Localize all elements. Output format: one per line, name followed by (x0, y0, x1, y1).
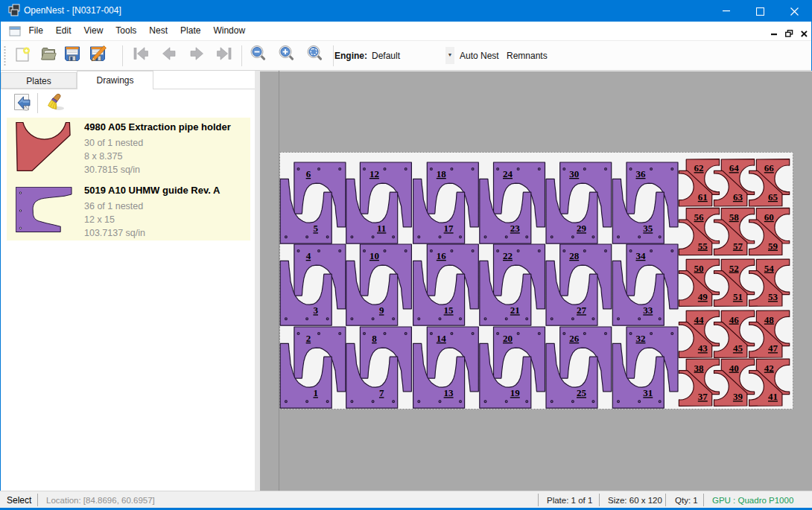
svg-text:56: 56 (694, 211, 705, 223)
svg-text:49: 49 (698, 291, 708, 302)
svg-text:52: 52 (729, 263, 739, 274)
svg-text:51: 51 (733, 291, 743, 302)
svg-text:13: 13 (444, 387, 454, 398)
svg-text:66: 66 (764, 162, 775, 173)
svg-text:30: 30 (569, 168, 579, 179)
svg-text:27: 27 (577, 305, 587, 316)
svg-text:22: 22 (503, 250, 513, 261)
svg-text:23: 23 (510, 223, 521, 234)
svg-text:38: 38 (694, 363, 705, 374)
svg-text:42: 42 (764, 363, 774, 374)
svg-text:44: 44 (694, 314, 705, 325)
svg-text:46: 46 (729, 314, 740, 325)
svg-text:7: 7 (379, 387, 384, 398)
svg-text:19: 19 (510, 387, 521, 398)
svg-text:65: 65 (768, 191, 778, 203)
svg-text:64: 64 (729, 162, 740, 173)
svg-text:10: 10 (369, 250, 379, 261)
svg-text:40: 40 (729, 363, 739, 374)
svg-text:47: 47 (768, 342, 778, 354)
svg-text:45: 45 (733, 342, 743, 354)
svg-text:31: 31 (643, 387, 653, 398)
svg-text:62: 62 (694, 162, 704, 173)
svg-text:29: 29 (577, 223, 587, 234)
svg-text:26: 26 (569, 333, 580, 344)
svg-text:1: 1 (313, 387, 318, 398)
svg-text:53: 53 (768, 291, 778, 302)
svg-text:43: 43 (698, 342, 708, 354)
svg-text:59: 59 (768, 240, 778, 252)
svg-text:12: 12 (369, 168, 379, 179)
svg-text:41: 41 (768, 391, 778, 402)
svg-text:5: 5 (313, 223, 318, 234)
svg-text:20: 20 (503, 333, 513, 344)
svg-text:55: 55 (698, 240, 708, 252)
svg-text:33: 33 (643, 305, 653, 316)
svg-text:39: 39 (733, 391, 743, 402)
svg-text:17: 17 (444, 223, 454, 234)
svg-text:16: 16 (437, 250, 447, 261)
svg-text:25: 25 (577, 387, 587, 398)
svg-text:24: 24 (503, 168, 513, 179)
svg-text:8: 8 (372, 333, 377, 344)
svg-text:6: 6 (306, 168, 311, 179)
svg-text:61: 61 (698, 191, 708, 203)
svg-text:54: 54 (764, 263, 775, 274)
svg-text:18: 18 (437, 168, 447, 179)
svg-text:28: 28 (569, 250, 580, 261)
svg-text:4: 4 (306, 250, 311, 261)
svg-text:15: 15 (444, 305, 454, 316)
svg-text:37: 37 (698, 391, 708, 402)
svg-text:21: 21 (510, 305, 520, 316)
svg-text:58: 58 (729, 211, 740, 223)
svg-text:14: 14 (437, 333, 447, 344)
svg-text:32: 32 (636, 333, 646, 344)
svg-text:3: 3 (313, 305, 318, 316)
svg-text:48: 48 (764, 314, 775, 325)
svg-text:36: 36 (636, 168, 647, 179)
svg-text:50: 50 (694, 263, 704, 274)
svg-text:34: 34 (636, 250, 647, 261)
svg-text:2: 2 (306, 333, 311, 344)
svg-text:63: 63 (733, 191, 743, 203)
svg-text:11: 11 (377, 223, 386, 234)
svg-text:35: 35 (643, 223, 653, 234)
svg-text:60: 60 (764, 211, 774, 223)
svg-text:57: 57 (733, 240, 743, 252)
svg-text:9: 9 (379, 305, 384, 316)
